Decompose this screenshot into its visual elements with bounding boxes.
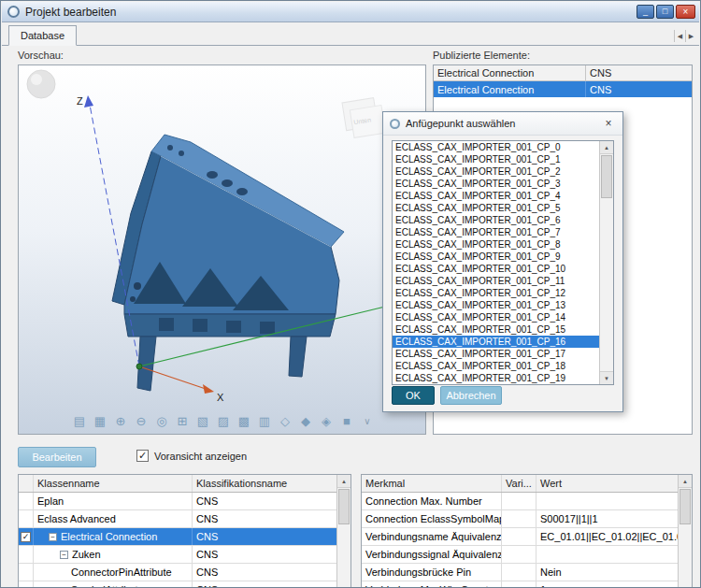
scroll-thumb[interactable] [601, 155, 612, 198]
attach-point-item[interactable]: ECLASS_CAX_IMPORTER_001_CP_4 [393, 190, 599, 202]
attach-point-item[interactable]: ECLASS_CAX_IMPORTER_001_CP_13 [393, 299, 599, 311]
property-table-row[interactable]: Verbindungsname ÄquivalenzenEC_01.01||EC… [362, 528, 678, 546]
model-part[interactable] [112, 135, 344, 391]
scroll-thumb[interactable] [680, 489, 691, 524]
attach-point-item[interactable]: ECLASS_CAX_IMPORTER_001_CP_6 [393, 214, 599, 226]
attach-point-item[interactable]: ECLASS_CAX_IMPORTER_001_CP_11 [393, 275, 599, 287]
edit-project-window: Projekt bearbeiten _ □ × Database ◀ ▶ Vo… [0, 0, 701, 588]
close-button[interactable]: × [676, 5, 695, 19]
property-variante-cell [502, 510, 536, 527]
property-table[interactable]: Merkmal Vari... Wert Connection Max. Num… [361, 474, 693, 588]
class-table-row[interactable]: ✓−Electrical ConnectionCNS [19, 528, 336, 546]
view-left-icon[interactable]: ▩ [236, 412, 252, 429]
attach-point-item[interactable]: ECLASS_CAX_IMPORTER_001_CP_1 [393, 153, 599, 165]
row-checkbox[interactable]: ✓ [21, 532, 31, 542]
scroll-thumb[interactable] [338, 489, 350, 524]
class-table-row[interactable]: EplanCNS [19, 493, 336, 510]
attach-point-item[interactable]: ECLASS_CAX_IMPORTER_001_CP_16 [393, 336, 599, 348]
attach-point-list[interactable]: ▲ ▼ ECLASS_CAX_IMPORTER_001_CP_0ECLASS_C… [392, 140, 614, 385]
class-table-row[interactable]: −ZukenCNS [19, 546, 336, 564]
class-table[interactable]: Klassenname Klassifikationsname EplanCNS… [18, 474, 351, 588]
property-table-scrollbar[interactable]: ▲ [678, 475, 692, 588]
class-table-row[interactable]: ConnectorPinAttributeCNS [19, 564, 336, 581]
ok-button[interactable]: OK [392, 386, 435, 405]
scroll-up-icon[interactable]: ▲ [600, 141, 613, 154]
property-table-row[interactable]: Connection Max. Number [362, 493, 678, 510]
cancel-button[interactable]: Abbrechen [440, 386, 502, 405]
preview-checkbox[interactable]: ✓ [136, 450, 149, 462]
view-right-icon[interactable]: ▥ [256, 412, 273, 429]
property-table-row[interactable]: Connection EclassSymbolMapS00017||1||1 [362, 510, 678, 528]
tab-database[interactable]: Database [8, 25, 77, 46]
class-table-row[interactable]: Eclass AdvancedCNS [19, 510, 336, 528]
zoom-in-icon[interactable]: ⊕ [112, 412, 129, 429]
dialog-titlebar[interactable]: Anfügepunkt auswählen × [383, 112, 622, 136]
property-table-row[interactable]: Verbindungssignal Äquivalenzen [362, 546, 678, 564]
more-view-tools-icon[interactable]: ∨ [359, 412, 376, 429]
class-table-row[interactable]: SymbolAttributeCNS [19, 581, 336, 588]
class-table-body: EplanCNSEclass AdvancedCNS✓−Electrical C… [19, 493, 336, 588]
attach-point-item[interactable]: ECLASS_CAX_IMPORTER_001_CP_8 [393, 238, 599, 251]
property-wert-cell: EC_01.01||EC_01.02||EC_01.03||... [536, 528, 678, 545]
attach-point-item[interactable]: ECLASS_CAX_IMPORTER_001_CP_10 [393, 263, 599, 275]
3d-preview-canvas[interactable]: Unten [19, 65, 427, 411]
class-name-label: Electrical Connection [61, 531, 157, 542]
view-iso-icon[interactable]: ◈ [318, 412, 335, 429]
maximize-button[interactable]: □ [656, 5, 674, 19]
dialog-list-scrollbar[interactable]: ▲ ▼ [599, 141, 613, 384]
scroll-down-icon[interactable]: ▼ [600, 371, 613, 384]
zoom-fit-icon[interactable]: ◎ [153, 412, 170, 429]
property-wert-cell [536, 493, 678, 509]
tree-collapse-icon[interactable]: − [49, 533, 57, 541]
published-cell: CNS [586, 81, 692, 97]
attach-point-item[interactable]: ECLASS_CAX_IMPORTER_001_CP_2 [393, 165, 599, 178]
tree-collapse-icon[interactable]: − [60, 551, 68, 559]
view-sheet-icon[interactable]: ▤ [71, 412, 88, 429]
view-top-icon[interactable]: ▧ [194, 412, 211, 429]
class-name-cell: −Zuken [34, 546, 193, 563]
attach-point-item[interactable]: ECLASS_CAX_IMPORTER_001_CP_9 [393, 251, 599, 263]
class-table-scrollbar[interactable]: ▲ [336, 475, 350, 588]
window-titlebar[interactable]: Projekt bearbeiten _ □ × [2, 2, 699, 22]
zoom-window-icon[interactable]: ⊞ [174, 412, 191, 429]
scroll-up-icon[interactable]: ▲ [337, 475, 350, 488]
dialog-icon [390, 119, 400, 129]
tab-scroll-left-icon[interactable]: ◀ [674, 30, 685, 42]
attach-point-item[interactable]: ECLASS_CAX_IMPORTER_001_CP_3 [393, 178, 599, 190]
attach-point-item[interactable]: ECLASS_CAX_IMPORTER_001_CP_5 [393, 202, 599, 214]
published-row[interactable]: Electrical ConnectionCNS [434, 81, 692, 97]
view-split-icon[interactable]: ▦ [92, 412, 108, 429]
nav-cube-icon[interactable]: Unten [342, 97, 386, 139]
attach-point-item[interactable]: ECLASS_CAX_IMPORTER_001_CP_14 [393, 311, 599, 323]
3d-viewport[interactable]: Unten [18, 65, 426, 435]
attach-point-item[interactable]: ECLASS_CAX_IMPORTER_001_CP_17 [393, 348, 599, 360]
property-header-variante: Vari... [502, 475, 536, 492]
zoom-out-icon[interactable]: ⊖ [133, 412, 150, 429]
property-wert-cell: Nein [536, 564, 678, 581]
attach-point-item[interactable]: ECLASS_CAX_IMPORTER_001_CP_19 [393, 372, 599, 384]
attach-point-item[interactable]: ECLASS_CAX_IMPORTER_001_CP_7 [393, 226, 599, 238]
minimize-button[interactable]: _ [637, 5, 654, 19]
attach-point-item[interactable]: ECLASS_CAX_IMPORTER_001_CP_18 [393, 360, 599, 372]
shading-icon[interactable]: ■ [338, 412, 355, 429]
nav-sphere-icon[interactable] [27, 70, 55, 98]
attach-point-item[interactable]: ECLASS_CAX_IMPORTER_001_CP_0 [393, 141, 599, 153]
preview-checkbox-row[interactable]: ✓ Voransicht anzeigen [136, 450, 247, 462]
row-checkbox-cell [19, 581, 34, 588]
axes-origin-point [136, 364, 142, 369]
scroll-up-icon[interactable]: ▲ [679, 475, 692, 488]
attach-point-item[interactable]: ECLASS_CAX_IMPORTER_001_CP_15 [393, 323, 599, 336]
view-bottom-icon[interactable]: ▨ [215, 412, 232, 429]
tab-scroll-right-icon[interactable]: ▶ [685, 30, 696, 42]
attach-point-item[interactable]: ECLASS_CAX_IMPORTER_001_CP_12 [393, 287, 599, 299]
classification-cell: CNS [193, 581, 336, 588]
view-back-icon[interactable]: ◆ [297, 412, 314, 429]
edit-button[interactable]: Bearbeiten [18, 447, 96, 467]
view-front-icon[interactable]: ◇ [277, 412, 293, 429]
property-table-row[interactable]: Verbindungsbrücke PinNein [362, 564, 678, 581]
preview-label: Vorschau: [18, 50, 64, 61]
property-variante-cell [502, 528, 536, 545]
dialog-close-icon[interactable]: × [601, 117, 616, 130]
property-table-row[interactable]: Verbindung MaxWireCount1 [362, 581, 678, 588]
property-variante-cell [502, 581, 536, 588]
